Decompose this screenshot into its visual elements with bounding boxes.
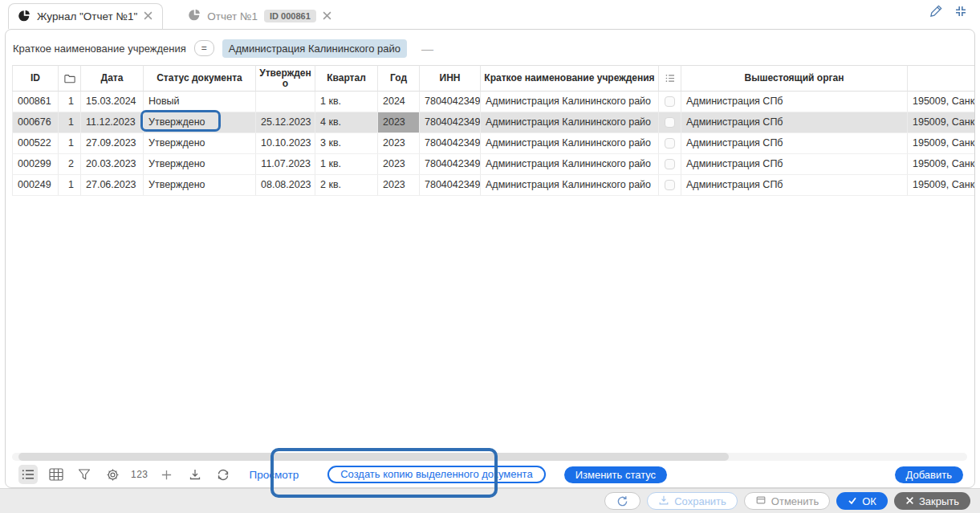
column-header-id[interactable]: ID — [12, 65, 59, 92]
cell-parent[interactable]: Администрация СПб — [681, 133, 908, 153]
column-header-inn[interactable]: ИНН — [420, 65, 481, 92]
cancel-button[interactable]: Отменить — [744, 492, 830, 510]
column-header-address[interactable] — [908, 65, 974, 92]
cell-quarter[interactable]: 4 кв. — [315, 112, 378, 132]
cell-year[interactable]: 2023 — [378, 154, 420, 174]
cell-inn[interactable]: 7804042349 — [420, 133, 481, 153]
scrollbar-thumb[interactable] — [18, 453, 729, 461]
filter-icon[interactable] — [75, 465, 94, 484]
collapse-icon[interactable] — [954, 5, 967, 21]
cell-org[interactable]: Администрация Калининского райо — [481, 112, 659, 132]
cell-inn[interactable]: 7804042349 — [420, 112, 481, 132]
column-header-org[interactable]: Краткое наименование учреждения — [481, 65, 659, 92]
refresh-loop-icon[interactable] — [213, 465, 233, 484]
filter-value-chip[interactable]: Администрация Калининского райо — [222, 39, 407, 58]
row-checkbox[interactable] — [665, 159, 675, 169]
cell-address[interactable]: 195009, Санк — [908, 154, 974, 174]
cell-date[interactable]: 27.09.2023 — [81, 133, 144, 153]
cell-quarter[interactable]: 3 кв. — [315, 133, 378, 153]
cell-id[interactable]: 000249 — [12, 175, 59, 195]
cell-id[interactable]: 000861 — [12, 92, 59, 112]
column-header-approved[interactable]: Утверждено — [256, 65, 315, 92]
table-row[interactable]: 000299220.03.2023Утверждено11.07.20231 к… — [12, 154, 974, 175]
tab-journal-report-1[interactable]: Журнал "Отчет №1" — [8, 3, 163, 29]
row-checkbox[interactable] — [665, 138, 675, 149]
table-row[interactable]: 000861115.03.2024Новый1 кв.2024780404234… — [12, 92, 974, 112]
cell-id[interactable]: 000676 — [12, 112, 59, 132]
cell-status[interactable]: Утверждено — [144, 133, 256, 153]
cell-folder[interactable]: 1 — [59, 112, 81, 132]
numbers-toggle[interactable]: 123 — [131, 469, 148, 480]
cell-id[interactable]: 000299 — [12, 154, 59, 174]
cell-inn[interactable]: 7804042349 — [420, 154, 481, 174]
cell-org[interactable]: Администрация Калининского райо — [481, 154, 659, 174]
cell-year[interactable]: 2023 — [378, 175, 420, 195]
cell-approved[interactable]: 25.12.2023 — [256, 112, 315, 132]
row-checkbox[interactable] — [665, 117, 675, 128]
column-header-check[interactable] — [659, 65, 681, 92]
horizontal-scrollbar[interactable] — [12, 453, 967, 461]
cell-date[interactable]: 15.03.2024 — [81, 92, 144, 112]
cell-check[interactable] — [659, 154, 681, 174]
cell-check[interactable] — [659, 175, 681, 195]
cell-org[interactable]: Администрация Калининского райо — [481, 92, 659, 112]
cell-year[interactable]: 2024 — [378, 92, 420, 112]
cell-address[interactable]: 195009, Санк — [908, 92, 974, 112]
cell-quarter[interactable]: 1 кв. — [315, 92, 378, 112]
copy-selected-document-button[interactable]: Создать копию выделенного документа — [327, 466, 545, 483]
cell-approved[interactable]: 11.07.2023 — [256, 154, 315, 174]
cell-folder[interactable]: 1 — [59, 133, 81, 153]
cell-year[interactable]: 2023 — [378, 112, 420, 132]
cell-status[interactable]: Новый — [144, 92, 256, 112]
cell-check[interactable] — [659, 112, 681, 132]
edit-icon[interactable] — [929, 4, 943, 21]
cell-status[interactable]: Утверждено — [144, 112, 256, 132]
save-button[interactable]: Сохранить — [647, 492, 738, 510]
close-icon[interactable] — [144, 10, 152, 22]
cell-date[interactable]: 27.06.2023 — [81, 175, 144, 195]
cell-folder[interactable]: 1 — [59, 175, 81, 195]
cell-date[interactable]: 20.03.2023 — [81, 154, 144, 174]
add-button[interactable]: Добавить — [895, 466, 963, 483]
column-header-status[interactable]: Статус документа — [144, 65, 256, 92]
cell-org[interactable]: Администрация Калининского райо — [481, 175, 659, 195]
plus-icon[interactable] — [157, 465, 177, 484]
list-view-icon[interactable] — [18, 465, 38, 484]
column-header-folder[interactable] — [59, 65, 81, 92]
table-row[interactable]: 000676111.12.2023Утверждено25.12.20234 к… — [12, 112, 974, 133]
column-header-parent[interactable]: Вышестоящий орган — [681, 65, 908, 92]
preview-link[interactable]: Просмотр — [250, 469, 299, 481]
cell-status[interactable]: Утверждено — [144, 154, 256, 174]
cell-inn[interactable]: 7804042349 — [420, 175, 481, 195]
cell-approved[interactable]: 08.08.2023 — [256, 175, 315, 195]
cell-approved[interactable]: 10.10.2023 — [256, 133, 315, 153]
ok-button[interactable]: ОК — [836, 492, 888, 510]
grid-view-icon[interactable] — [47, 465, 66, 484]
filter-remove[interactable]: — — [421, 42, 433, 55]
table-row[interactable]: 000522127.09.2023Утверждено10.10.20233 к… — [12, 133, 974, 154]
cell-check[interactable] — [659, 133, 681, 153]
cell-address[interactable]: 195009, Санк — [908, 175, 974, 195]
cell-year[interactable]: 2023 — [378, 133, 420, 153]
cell-folder[interactable]: 1 — [59, 92, 81, 112]
column-header-year[interactable]: Год — [378, 65, 420, 92]
column-header-quarter[interactable]: Квартал — [315, 65, 378, 92]
cell-status[interactable]: Утверждено — [144, 175, 256, 195]
download-icon[interactable] — [185, 465, 205, 484]
cell-address[interactable]: 195009, Санк — [908, 112, 974, 132]
row-checkbox[interactable] — [665, 96, 675, 107]
close-icon[interactable] — [323, 10, 331, 22]
cell-parent[interactable]: Администрация СПб — [681, 112, 908, 132]
cell-quarter[interactable]: 2 кв. — [315, 175, 378, 195]
cell-parent[interactable]: Администрация СПб — [681, 92, 908, 112]
cell-id[interactable]: 000522 — [12, 133, 59, 153]
cell-folder[interactable]: 2 — [59, 154, 81, 174]
table-row[interactable]: 000249127.06.2023Утверждено08.08.20232 к… — [12, 175, 974, 196]
column-header-date[interactable]: Дата — [81, 65, 144, 92]
cell-org[interactable]: Администрация Калининского райо — [481, 133, 659, 153]
cell-check[interactable] — [659, 92, 681, 112]
cell-address[interactable]: 195009, Санк — [908, 133, 974, 153]
refresh-button[interactable] — [604, 492, 640, 510]
gear-icon[interactable] — [103, 465, 122, 484]
change-status-button[interactable]: Изменить статус — [564, 466, 667, 483]
